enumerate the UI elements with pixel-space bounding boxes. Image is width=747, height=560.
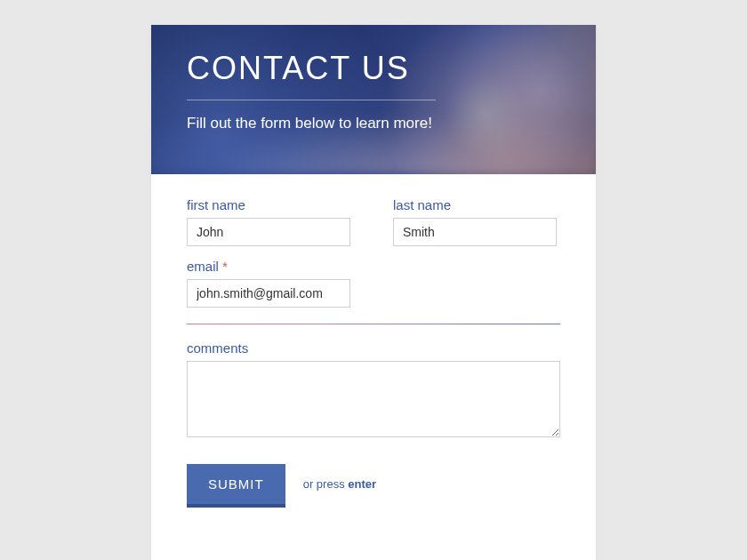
page-title: CONTACT US (187, 50, 560, 87)
required-star-icon: * (222, 259, 228, 274)
form-row-email: email * (187, 259, 560, 308)
submit-hint: or press enter (303, 477, 376, 491)
field-email: email * (187, 259, 350, 308)
hint-key: enter (348, 477, 376, 491)
contact-card: CONTACT US Fill out the form below to le… (151, 25, 596, 560)
header: CONTACT US Fill out the form below to le… (151, 25, 596, 174)
email-label: email * (187, 259, 350, 274)
form-row-name: first name last name (187, 197, 560, 246)
field-last-name: last name (393, 197, 557, 246)
last-name-label: last name (393, 197, 557, 212)
form-actions: SUBMIT or press enter (187, 464, 560, 504)
last-name-input[interactable] (393, 218, 557, 246)
field-first-name: first name (187, 197, 350, 246)
form-body: first name last name email * comments (151, 174, 596, 531)
email-input[interactable] (187, 279, 350, 308)
comments-textarea[interactable] (187, 361, 560, 437)
first-name-input[interactable] (187, 218, 350, 246)
header-divider (187, 100, 436, 100)
hint-prefix: or press (303, 477, 349, 491)
first-name-label: first name (187, 197, 350, 212)
field-spacer (393, 259, 557, 308)
submit-button[interactable]: SUBMIT (187, 464, 285, 504)
page-subtitle: Fill out the form below to learn more! (187, 115, 560, 132)
section-divider (187, 324, 560, 324)
comments-label: comments (187, 340, 560, 356)
field-comments: comments (187, 340, 560, 441)
email-label-text: email (187, 259, 219, 274)
